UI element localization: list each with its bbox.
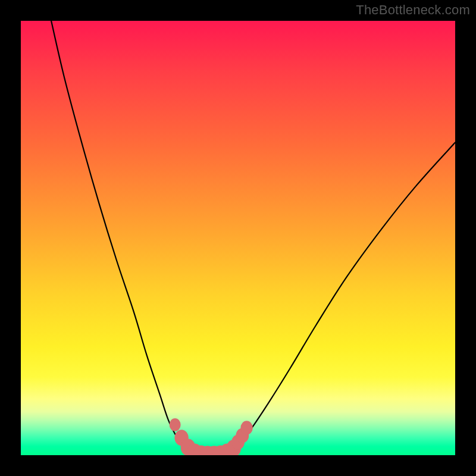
valley-marker	[240, 421, 252, 435]
plot-area	[21, 21, 455, 455]
marker-group	[170, 418, 253, 455]
valley-marker	[170, 418, 181, 431]
chart-frame: TheBottleneck.com	[0, 0, 476, 476]
valley-markers	[21, 21, 455, 455]
watermark-text: TheBottleneck.com	[356, 2, 470, 18]
